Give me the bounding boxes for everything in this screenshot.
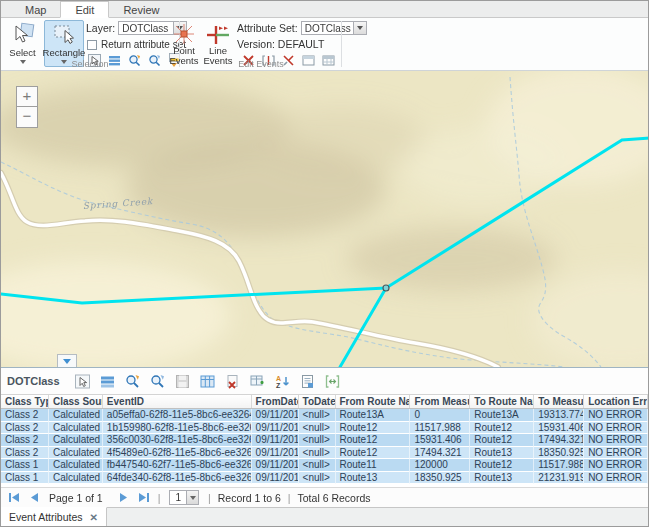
table-cell: NO ERROR <box>584 409 648 422</box>
page-select-button[interactable] <box>186 491 198 504</box>
tab-event-attributes[interactable]: Event Attributes ✕ <box>1 507 107 526</box>
last-page-button[interactable] <box>137 492 151 504</box>
column-header[interactable]: EventID <box>103 395 252 408</box>
table-cell: Class 2 <box>1 409 49 422</box>
table-cell: Route12 <box>336 447 411 460</box>
zoom-to-selected-icon[interactable] <box>124 373 141 390</box>
table-row[interactable]: Class 2Calculated1b159980-62f8-11e5-8bc6… <box>1 422 648 435</box>
chevron-down-icon <box>357 26 363 30</box>
table-header-row: Class TypeClass SourceEventIDFromDateToD… <box>1 394 648 409</box>
select-tool-icon <box>10 21 36 47</box>
panel-collapse-button[interactable] <box>57 354 77 367</box>
separator: | <box>158 492 161 504</box>
zoom-control: + − <box>16 86 38 128</box>
table-row[interactable]: Class 2Calculated4f5489e0-62f8-11e5-8bc6… <box>1 447 648 460</box>
table-cell: Class 1 <box>1 472 49 485</box>
first-page-button[interactable] <box>7 492 21 504</box>
ribbon-tab-bar: Map Edit Review <box>1 1 648 18</box>
close-icon[interactable]: ✕ <box>90 512 98 523</box>
table-cell: 09/11/2015 <box>252 447 299 460</box>
svg-text:A: A <box>276 375 281 382</box>
line-events-icon <box>206 23 230 45</box>
pan-to-selected-icon[interactable] <box>149 373 166 390</box>
switch-table-icon[interactable] <box>199 373 216 390</box>
attribute-set-dropdown[interactable]: DOTClass <box>301 21 367 35</box>
sort-icon[interactable]: AZ <box>274 373 291 390</box>
table-cell: 11517.988 <box>410 422 470 435</box>
add-record-icon[interactable] <box>249 373 266 390</box>
table-cell: Calculated <box>49 472 103 485</box>
table-cell: <null> <box>299 447 336 460</box>
point-events-icon <box>172 23 196 45</box>
table-cell: 18350.925 <box>534 447 584 460</box>
table-cell: 17494.321 <box>534 434 584 447</box>
zoom-out-button[interactable]: − <box>16 107 38 128</box>
table-cell: Class 2 <box>1 447 49 460</box>
tab-map[interactable]: Map <box>11 1 60 18</box>
return-attribute-set-checkbox[interactable] <box>87 40 97 50</box>
report-icon[interactable] <box>299 373 316 390</box>
table-cell: 21231.919 <box>534 472 584 485</box>
table-cell: fb447540-62f7-11e5-8bc6-ee32641d5ec9 <box>103 459 252 472</box>
column-header[interactable]: Class Type <box>1 395 49 408</box>
selection-group-label: Selection <box>1 59 179 69</box>
table-cell: 17494.321 <box>410 447 470 460</box>
tab-review[interactable]: Review <box>109 1 173 18</box>
table-cell: Calculated <box>49 447 103 460</box>
separator: | <box>208 492 211 504</box>
table-cell: 120000 <box>410 459 470 472</box>
route-junction-vertex[interactable] <box>383 285 389 291</box>
table-cell: Class 1 <box>1 459 49 472</box>
table-cell: Route12 <box>336 422 411 435</box>
select-rows-icon[interactable] <box>74 373 91 390</box>
table-cell: Route12 <box>470 422 534 435</box>
record-range-label: Record 1 to 6 <box>218 492 281 504</box>
table-row[interactable]: Class 1Calculatedfb447540-62f7-11e5-8bc6… <box>1 459 648 472</box>
remove-record-icon[interactable] <box>224 373 241 390</box>
table-cell: Route12 <box>470 459 534 472</box>
table-cell: 09/11/2015 <box>252 434 299 447</box>
separator: | <box>288 492 291 504</box>
column-header[interactable]: To Route Name <box>470 395 534 408</box>
table-cell: NO ERROR <box>584 447 648 460</box>
attribute-set-dropdown-button[interactable] <box>353 22 366 34</box>
chevron-down-icon <box>190 496 196 500</box>
total-records-label: Total 6 Records <box>298 492 371 504</box>
table-cell: Calculated <box>49 422 103 435</box>
event-editor-window: Map Edit Review Select Rectangle <box>0 0 649 527</box>
table-cell: <null> <box>299 459 336 472</box>
table-row[interactable]: Class 2Calculated356c0030-62f8-11e5-8bc6… <box>1 434 648 447</box>
column-header[interactable]: Location Error <box>584 395 648 408</box>
edit-events-group-label: Edit Events <box>181 59 341 69</box>
zoom-in-button[interactable]: + <box>16 86 38 107</box>
column-header[interactable]: From Route Name <box>336 395 411 408</box>
tab-edit[interactable]: Edit <box>60 1 109 18</box>
next-page-button[interactable] <box>117 492 131 504</box>
svg-text:Z: Z <box>276 382 281 389</box>
show-selected-records-icon[interactable] <box>99 373 116 390</box>
table-cell: NO ERROR <box>584 472 648 485</box>
column-header[interactable]: FromDate <box>252 395 299 408</box>
table-cell: <null> <box>299 472 336 485</box>
page-select[interactable]: 1 <box>169 490 199 505</box>
rectangle-tool-icon <box>51 21 77 47</box>
attribute-table: Class TypeClass SourceEventIDFromDateToD… <box>1 394 648 484</box>
column-header[interactable]: To Measure <box>534 395 584 408</box>
document-tab-bar: Event Attributes ✕ <box>1 507 648 526</box>
table-cell: 64fde340-62f8-11e5-8bc6-ee32641d5ec9 <box>103 472 252 485</box>
fit-columns-icon[interactable] <box>324 373 341 390</box>
table-cell: Calculated <box>49 434 103 447</box>
table-cell: 09/11/2015 <box>252 422 299 435</box>
column-header[interactable]: Class Source <box>49 395 103 408</box>
attribute-table-toolbar: DOTClass <box>1 368 648 394</box>
column-header[interactable]: ToDate <box>299 395 336 408</box>
column-header[interactable]: From Measure <box>410 395 470 408</box>
version-label: Version: DEFAULT <box>237 38 324 50</box>
previous-page-button[interactable] <box>27 492 41 504</box>
save-edits-icon[interactable] <box>174 373 191 390</box>
table-cell: 18350.925 <box>410 472 470 485</box>
table-row[interactable]: Class 2Calculateda05effa0-62f8-11e5-8bc6… <box>1 409 648 422</box>
table-row[interactable]: Class 1Calculated64fde340-62f8-11e5-8bc6… <box>1 472 648 485</box>
layer-title: DOTClass <box>7 375 60 387</box>
map-canvas[interactable]: Spring Creek + − <box>1 71 649 367</box>
